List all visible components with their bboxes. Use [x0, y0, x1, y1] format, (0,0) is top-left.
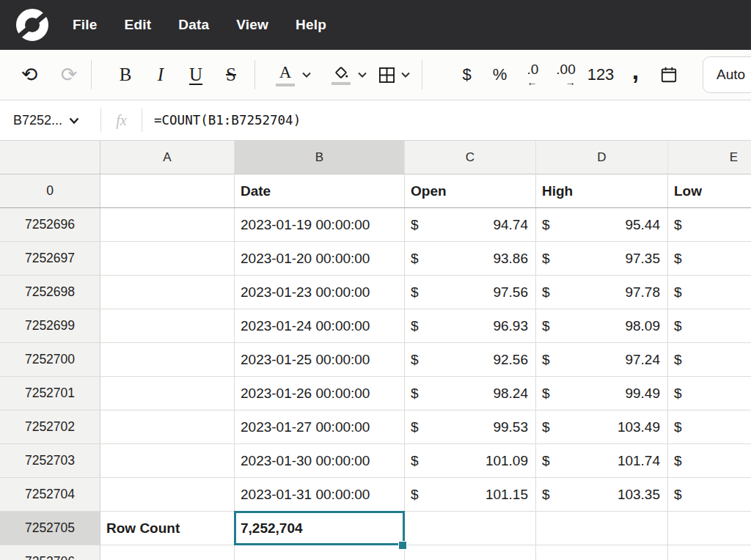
cell-B7252704[interactable]: 2023-01-31 00:00:00 — [235, 478, 405, 511]
select-all-corner[interactable] — [0, 141, 100, 174]
formula-input[interactable]: =COUNT(B1:B7252704) — [154, 113, 301, 128]
cell-E7252698[interactable]: $ — [668, 276, 751, 309]
cell-C0[interactable]: Open — [405, 174, 536, 207]
menu-item-view[interactable]: View — [236, 17, 268, 33]
name-box[interactable]: B7252... — [0, 100, 100, 140]
cell-C7252705[interactable] — [405, 512, 536, 545]
currency-format-button[interactable]: $ — [450, 59, 483, 91]
cell-C7252698[interactable]: $97.56 — [405, 276, 536, 309]
cell-B7252697[interactable]: 2023-01-20 00:00:00 — [235, 242, 405, 275]
cell-A7252697[interactable] — [100, 242, 235, 275]
percent-format-button[interactable]: % — [483, 59, 516, 91]
cell-A7252703[interactable] — [100, 444, 235, 477]
cell-E7252701[interactable]: $ — [668, 377, 751, 410]
column-header-A[interactable]: A — [100, 141, 235, 174]
cell-D7252703[interactable]: $101.74 — [536, 444, 668, 477]
row-header-7252703[interactable]: 7252703 — [0, 444, 100, 477]
cell-A0[interactable] — [100, 174, 235, 207]
cell-A7252696[interactable] — [100, 208, 235, 241]
row-header-7252697[interactable]: 7252697 — [0, 242, 100, 275]
row-header-7252705[interactable]: 7252705 — [0, 512, 100, 545]
cell-B7252703[interactable]: 2023-01-30 00:00:00 — [235, 444, 405, 477]
undo-button[interactable]: ⟲ — [13, 59, 45, 91]
row-header-7252698[interactable]: 7252698 — [0, 276, 100, 309]
cell-A7252701[interactable] — [100, 377, 235, 410]
menu-item-data[interactable]: Data — [178, 17, 209, 33]
italic-button[interactable]: I — [143, 59, 178, 91]
number-format-button[interactable]: 123 — [582, 59, 619, 91]
cell-B7252696[interactable]: 2023-01-19 00:00:00 — [235, 208, 405, 241]
cell-C7252697[interactable]: $93.86 — [405, 242, 536, 275]
text-color-button[interactable]: A — [273, 63, 311, 86]
cell-A7252704[interactable] — [100, 478, 235, 511]
comma-format-button[interactable]: , — [619, 59, 652, 91]
increase-decimal-button[interactable]: .00 → — [549, 59, 582, 91]
cell-B7252699[interactable]: 2023-01-24 00:00:00 — [235, 309, 405, 342]
cell-E7252704[interactable]: $ — [668, 478, 751, 511]
cell-D7252704[interactable]: $103.35 — [536, 478, 668, 511]
cell-E7252696[interactable]: $ — [668, 208, 751, 241]
date-format-button[interactable] — [652, 59, 685, 91]
cell-A7252698[interactable] — [100, 276, 235, 309]
menu-item-help[interactable]: Help — [296, 17, 326, 33]
cell-B7252698[interactable]: 2023-01-23 00:00:00 — [235, 276, 405, 309]
cell-E7252699[interactable]: $ — [668, 309, 751, 342]
column-header-D[interactable]: D — [536, 141, 668, 174]
cell-E7252702[interactable]: $ — [668, 410, 751, 443]
row-header-7252702[interactable]: 7252702 — [0, 410, 100, 443]
cell-E7252697[interactable]: $ — [668, 242, 751, 275]
cell-C7252699[interactable]: $96.93 — [405, 309, 536, 342]
cell-D7252701[interactable]: $99.49 — [536, 377, 668, 410]
rowzero-logo[interactable] — [16, 9, 48, 41]
cell-B7252702[interactable]: 2023-01-27 00:00:00 — [235, 410, 405, 443]
cell-E7252706[interactable] — [668, 545, 751, 560]
cell-B0[interactable]: Date — [235, 174, 405, 207]
redo-button[interactable]: ⟳ — [53, 59, 85, 91]
cell-B7252700[interactable]: 2023-01-25 00:00:00 — [235, 343, 405, 376]
column-header-B[interactable]: B — [235, 141, 405, 174]
row-header-7252704[interactable]: 7252704 — [0, 478, 100, 511]
cell-C7252706[interactable] — [405, 545, 536, 560]
cell-D7252698[interactable]: $97.78 — [536, 276, 668, 309]
cell-D7252699[interactable]: $98.09 — [536, 309, 668, 342]
row-header-7252699[interactable]: 7252699 — [0, 309, 100, 342]
strikethrough-button[interactable]: S — [213, 59, 249, 91]
cell-D7252696[interactable]: $95.44 — [536, 208, 668, 241]
cell-B7252705[interactable]: 7,252,704 — [235, 512, 405, 545]
borders-button[interactable] — [377, 65, 410, 85]
cell-D7252705[interactable] — [536, 512, 668, 545]
cell-D7252697[interactable]: $97.35 — [536, 242, 668, 275]
cell-D7252706[interactable] — [536, 545, 668, 560]
fill-color-button[interactable] — [329, 65, 367, 85]
cell-C7252696[interactable]: $94.74 — [405, 208, 536, 241]
cell-D7252700[interactable]: $97.24 — [536, 343, 668, 376]
row-header-7252700[interactable]: 7252700 — [0, 343, 100, 376]
cell-D7252702[interactable]: $103.49 — [536, 410, 668, 443]
cell-A7252705[interactable]: Row Count — [100, 512, 235, 545]
column-header-E[interactable]: E — [668, 141, 751, 174]
cell-C7252701[interactable]: $98.24 — [405, 377, 536, 410]
cell-E7252705[interactable] — [668, 512, 751, 545]
row-header-0[interactable]: 0 — [0, 174, 100, 207]
cell-C7252702[interactable]: $99.53 — [405, 410, 536, 443]
cell-A7252699[interactable] — [100, 309, 235, 342]
cell-B7252701[interactable]: 2023-01-26 00:00:00 — [235, 377, 405, 410]
cell-C7252704[interactable]: $101.15 — [405, 478, 536, 511]
cell-C7252700[interactable]: $92.56 — [405, 343, 536, 376]
cell-C7252703[interactable]: $101.09 — [405, 444, 536, 477]
cell-E7252700[interactable]: $ — [668, 343, 751, 376]
menu-item-edit[interactable]: Edit — [125, 17, 152, 33]
bold-button[interactable]: B — [108, 59, 143, 91]
cell-A7252706[interactable] — [100, 545, 235, 560]
cell-B7252706[interactable] — [235, 545, 405, 560]
menu-item-file[interactable]: File — [73, 17, 98, 33]
decrease-decimal-button[interactable]: .0 ← — [516, 59, 549, 91]
cell-A7252702[interactable] — [100, 410, 235, 443]
row-header-7252706[interactable]: 7252706 — [0, 545, 100, 560]
cell-E7252703[interactable]: $ — [668, 444, 751, 477]
fill-handle[interactable] — [398, 541, 407, 550]
row-header-7252696[interactable]: 7252696 — [0, 208, 100, 241]
cell-E0[interactable]: Low — [668, 174, 751, 207]
cell-D0[interactable]: High — [536, 174, 668, 207]
underline-button[interactable]: U — [178, 59, 213, 91]
